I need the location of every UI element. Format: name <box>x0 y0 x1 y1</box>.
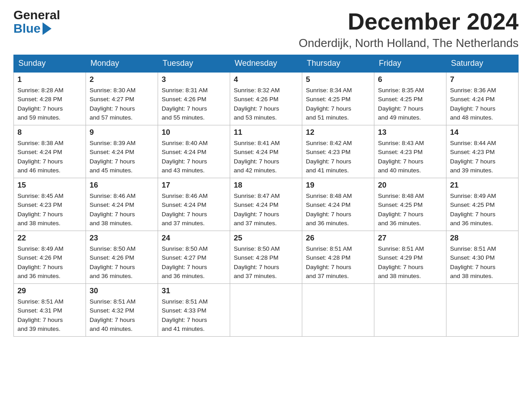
sunrise-label: Sunrise: 8:51 AM <box>306 245 352 252</box>
calendar-week-row: 22 Sunrise: 8:49 AM Sunset: 4:26 PM Dayl… <box>14 231 519 284</box>
sunrise-label: Sunrise: 8:51 AM <box>450 245 496 252</box>
table-row: 9 Sunrise: 8:39 AM Sunset: 4:24 PM Dayli… <box>86 125 158 178</box>
day-number: 18 <box>234 181 298 190</box>
daylight-minutes: and 59 minutes. <box>17 114 60 121</box>
table-row: 27 Sunrise: 8:51 AM Sunset: 4:29 PM Dayl… <box>374 231 446 284</box>
sunset-label: Sunset: 4:24 PM <box>90 149 134 155</box>
day-number: 22 <box>17 234 82 243</box>
sunset-label: Sunset: 4:24 PM <box>162 149 206 155</box>
daylight-minutes: and 39 minutes. <box>17 325 60 332</box>
day-info: Sunrise: 8:48 AM Sunset: 4:25 PM Dayligh… <box>378 192 442 228</box>
sunrise-label: Sunrise: 8:32 AM <box>234 87 280 94</box>
table-row: 21 Sunrise: 8:49 AM Sunset: 4:25 PM Dayl… <box>446 178 519 231</box>
day-info: Sunrise: 8:51 AM Sunset: 4:32 PM Dayligh… <box>90 297 154 334</box>
table-row: 31 Sunrise: 8:51 AM Sunset: 4:33 PM Dayl… <box>158 284 230 337</box>
sunset-label: Sunset: 4:31 PM <box>17 307 62 314</box>
page-header: General Blue December 2024 Onderdijk, No… <box>13 9 519 50</box>
table-row <box>446 284 519 337</box>
day-number: 31 <box>162 287 226 295</box>
sunset-label: Sunset: 4:25 PM <box>378 201 423 208</box>
sunset-label: Sunset: 4:28 PM <box>17 96 62 103</box>
daylight-label: Daylight: 7 hours <box>450 158 495 165</box>
sunset-label: Sunset: 4:25 PM <box>450 201 495 208</box>
day-info: Sunrise: 8:49 AM Sunset: 4:25 PM Dayligh… <box>450 192 515 228</box>
table-row <box>302 284 374 337</box>
day-number: 9 <box>90 128 154 137</box>
day-info: Sunrise: 8:32 AM Sunset: 4:26 PM Dayligh… <box>234 86 298 122</box>
sunset-label: Sunset: 4:32 PM <box>90 307 134 314</box>
day-info: Sunrise: 8:47 AM Sunset: 4:24 PM Dayligh… <box>234 192 298 228</box>
daylight-minutes: and 36 minutes. <box>90 273 133 279</box>
daylight-minutes: and 36 minutes. <box>17 273 60 279</box>
day-number: 14 <box>450 128 515 137</box>
table-row: 28 Sunrise: 8:51 AM Sunset: 4:30 PM Dayl… <box>446 231 519 284</box>
sunset-label: Sunset: 4:24 PM <box>234 201 279 208</box>
sunset-label: Sunset: 4:24 PM <box>450 96 495 103</box>
table-row: 18 Sunrise: 8:47 AM Sunset: 4:24 PM Dayl… <box>230 178 302 231</box>
sunrise-label: Sunrise: 8:49 AM <box>450 193 496 199</box>
daylight-minutes: and 37 minutes. <box>234 220 277 227</box>
table-row: 12 Sunrise: 8:42 AM Sunset: 4:23 PM Dayl… <box>302 125 374 178</box>
sunrise-label: Sunrise: 8:41 AM <box>234 140 280 146</box>
day-info: Sunrise: 8:44 AM Sunset: 4:23 PM Dayligh… <box>450 139 515 175</box>
day-info: Sunrise: 8:46 AM Sunset: 4:24 PM Dayligh… <box>162 192 226 228</box>
day-number: 5 <box>306 75 370 84</box>
daylight-minutes: and 48 minutes. <box>450 114 493 121</box>
daylight-label: Daylight: 7 hours <box>378 105 423 112</box>
day-info: Sunrise: 8:30 AM Sunset: 4:27 PM Dayligh… <box>90 86 154 122</box>
col-sunday: Sunday <box>14 55 86 73</box>
location-title: Onderdijk, North Holland, The Netherland… <box>299 36 519 50</box>
day-number: 6 <box>378 75 442 84</box>
daylight-minutes: and 41 minutes. <box>306 167 349 174</box>
daylight-minutes: and 57 minutes. <box>90 114 133 121</box>
table-row: 11 Sunrise: 8:41 AM Sunset: 4:24 PM Dayl… <box>230 125 302 178</box>
daylight-label: Daylight: 7 hours <box>306 158 351 165</box>
daylight-label: Daylight: 7 hours <box>306 211 351 218</box>
table-row: 10 Sunrise: 8:40 AM Sunset: 4:24 PM Dayl… <box>158 125 230 178</box>
daylight-minutes: and 45 minutes. <box>90 167 133 174</box>
day-number: 11 <box>234 128 298 137</box>
day-info: Sunrise: 8:49 AM Sunset: 4:26 PM Dayligh… <box>17 244 82 281</box>
table-row: 3 Sunrise: 8:31 AM Sunset: 4:26 PM Dayli… <box>158 72 230 125</box>
daylight-label: Daylight: 7 hours <box>162 158 207 165</box>
sunrise-label: Sunrise: 8:31 AM <box>162 87 208 94</box>
table-row: 23 Sunrise: 8:50 AM Sunset: 4:26 PM Dayl… <box>86 231 158 284</box>
daylight-label: Daylight: 7 hours <box>234 105 279 112</box>
day-info: Sunrise: 8:43 AM Sunset: 4:23 PM Dayligh… <box>378 139 442 175</box>
table-row: 13 Sunrise: 8:43 AM Sunset: 4:23 PM Dayl… <box>374 125 446 178</box>
daylight-minutes: and 43 minutes. <box>162 167 205 174</box>
day-info: Sunrise: 8:51 AM Sunset: 4:31 PM Dayligh… <box>17 297 82 334</box>
daylight-label: Daylight: 7 hours <box>17 264 63 270</box>
daylight-minutes: and 36 minutes. <box>306 220 349 227</box>
day-info: Sunrise: 8:50 AM Sunset: 4:28 PM Dayligh… <box>234 244 298 281</box>
daylight-minutes: and 37 minutes. <box>234 273 277 279</box>
sunrise-label: Sunrise: 8:47 AM <box>234 193 280 199</box>
day-number: 27 <box>378 234 442 243</box>
daylight-minutes: and 39 minutes. <box>450 167 493 174</box>
col-friday: Friday <box>374 55 446 73</box>
day-info: Sunrise: 8:51 AM Sunset: 4:29 PM Dayligh… <box>378 244 442 281</box>
sunrise-label: Sunrise: 8:40 AM <box>162 140 208 146</box>
calendar-week-row: 1 Sunrise: 8:28 AM Sunset: 4:28 PM Dayli… <box>14 72 519 125</box>
sunrise-label: Sunrise: 8:44 AM <box>450 140 496 146</box>
sunset-label: Sunset: 4:25 PM <box>306 96 351 103</box>
day-info: Sunrise: 8:40 AM Sunset: 4:24 PM Dayligh… <box>162 139 226 175</box>
sunset-label: Sunset: 4:23 PM <box>378 149 423 155</box>
table-row: 2 Sunrise: 8:30 AM Sunset: 4:27 PM Dayli… <box>86 72 158 125</box>
daylight-minutes: and 37 minutes. <box>306 273 349 279</box>
col-monday: Monday <box>86 55 158 73</box>
sunset-label: Sunset: 4:24 PM <box>162 201 206 208</box>
sunrise-label: Sunrise: 8:39 AM <box>90 140 136 146</box>
sunrise-label: Sunrise: 8:51 AM <box>17 298 64 305</box>
sunrise-label: Sunrise: 8:36 AM <box>450 87 496 94</box>
col-thursday: Thursday <box>302 55 374 73</box>
title-block: December 2024 Onderdijk, North Holland, … <box>299 9 519 50</box>
sunset-label: Sunset: 4:28 PM <box>234 254 279 261</box>
daylight-minutes: and 36 minutes. <box>378 220 421 227</box>
sunrise-label: Sunrise: 8:51 AM <box>162 298 208 305</box>
day-number: 30 <box>90 287 154 295</box>
sunset-label: Sunset: 4:25 PM <box>378 96 423 103</box>
sunrise-label: Sunrise: 8:42 AM <box>306 140 352 146</box>
table-row <box>230 284 302 337</box>
table-row: 1 Sunrise: 8:28 AM Sunset: 4:28 PM Dayli… <box>14 72 86 125</box>
